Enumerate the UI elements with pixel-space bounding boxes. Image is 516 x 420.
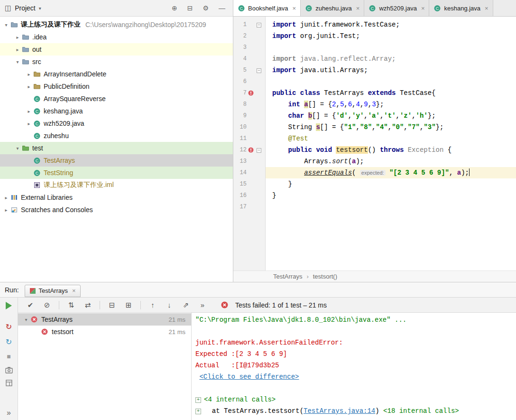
chevron-down-icon[interactable]: ▾ (13, 146, 22, 151)
hide-panel-icon[interactable]: — (219, 4, 225, 12)
collapse-all-icon[interactable]: ⊟ (107, 301, 117, 309)
close-icon[interactable]: × (356, 5, 360, 12)
gear-icon[interactable]: ⚙ (203, 4, 209, 12)
close-icon[interactable]: × (293, 5, 296, 12)
console-link[interactable]: <Click to see difference> (199, 373, 299, 381)
editor-tab-keshang-java[interactable]: Ckeshang.java× (429, 0, 493, 16)
show-ignored-icon[interactable]: ⊘ (42, 301, 52, 309)
breadcrumb-class[interactable]: TestArrays (273, 273, 302, 280)
test-tree-item-testarrays[interactable]: ▾TestArrays21 ms (18, 313, 191, 326)
chevron-right-icon[interactable]: ▸ (2, 207, 10, 213)
breadcrumb-method[interactable]: testsort() (313, 273, 337, 280)
tree-item-arraysquarereverse[interactable]: CArraySquareReverse (0, 93, 233, 105)
chevron-down-icon[interactable]: ▾ (2, 22, 10, 28)
code-line[interactable]: 9 char b[] = {'d','y','a','t','z','h'}; (233, 110, 516, 121)
tree-item-scratches-and-consoles[interactable]: ▸Scratches and Consoles (0, 204, 233, 216)
test-failed-gutter-icon[interactable] (247, 147, 255, 153)
editor-tab-wzh5209-java[interactable]: Cwzh5209.java× (364, 0, 429, 16)
fold-toggle-icon[interactable]: + (195, 397, 201, 403)
tree-item-external-libraries[interactable]: ▸External Libraries (0, 191, 233, 204)
test-failed-icon (30, 316, 38, 323)
chevron-right-icon[interactable]: ▸ (25, 72, 33, 77)
tree-item-out[interactable]: ▸out (0, 43, 233, 56)
tool-window-icon[interactable]: ◫ (5, 4, 11, 12)
test-tree-label: testsort (52, 328, 74, 336)
tree-item-item[interactable]: ▾课上练习及课下作业C:\Users\wangzihong\Desktop\20… (0, 19, 233, 31)
tree-item-wzh5209-java[interactable]: ▸Cwzh5209.java (0, 117, 233, 130)
code-line[interactable]: 5−import java.util.Arrays; (233, 65, 516, 76)
gutter-cell: 5− (233, 65, 266, 76)
code-line[interactable]: 16} (233, 190, 516, 201)
sort-alphabetically-icon[interactable]: ⇄ (83, 301, 92, 309)
code-token: { (443, 146, 452, 154)
code-token: "3" (424, 123, 435, 131)
more-icon[interactable]: » (198, 301, 207, 309)
tree-item-testarrays[interactable]: CTestArrays (0, 154, 233, 167)
tree-item-zuheshu[interactable]: Czuheshu (0, 130, 233, 142)
close-icon[interactable]: × (72, 287, 76, 294)
code-line[interactable]: 4import java.lang.reflect.Array; (233, 53, 516, 65)
code-line[interactable]: 2import org.junit.Test; (233, 30, 516, 42)
sort-by-duration-icon[interactable]: ⇅ (66, 301, 76, 309)
fold-toggle-icon[interactable]: + (195, 409, 201, 414)
chevron-right-icon[interactable]: ▸ (25, 121, 33, 126)
rerun-test-icon[interactable] (6, 302, 12, 309)
test-tree-item-testsort[interactable]: testsort21 ms (18, 326, 191, 338)
code-line[interactable]: 6 (233, 76, 516, 87)
tree-item-src[interactable]: ▾src (0, 56, 233, 68)
project-view-title[interactable]: Project (15, 4, 36, 12)
tree-item-test[interactable]: ▾test (0, 142, 233, 154)
tree-item-teststring[interactable]: CTestString (0, 167, 233, 179)
tree-item-keshang-java[interactable]: ▸Ckeshang.java (0, 105, 233, 117)
rerun-failed-tests-icon[interactable]: ↻ (6, 322, 12, 331)
toggle-auto-test-icon[interactable]: ↻ (6, 337, 12, 346)
chevron-right-icon[interactable]: ▸ (13, 35, 22, 40)
test-failed-gutter-icon[interactable] (247, 90, 255, 96)
close-icon[interactable]: × (421, 5, 425, 12)
code-line[interactable]: 12− public void testsort() throws Except… (233, 144, 516, 156)
code-line[interactable]: 17 (233, 201, 516, 213)
expand-all-icon[interactable]: ⊞ (124, 301, 133, 309)
tree-item-publicdefinition[interactable]: ▸PublicDefinition (0, 80, 233, 93)
fold-marker-icon[interactable]: − (255, 144, 263, 156)
export-test-results-icon[interactable]: ⇗ (181, 301, 191, 309)
code-text: String s[] = {"1","8","4","0","7","3"}; (266, 121, 516, 133)
code-line[interactable]: 14 assertEquals( expected: "[2 3 4 5 6 9… (233, 167, 516, 178)
restore-layout-icon[interactable] (6, 380, 12, 386)
tree-item-idea[interactable]: ▸.idea (0, 31, 233, 43)
collapse-all-icon[interactable]: ⊟ (187, 4, 193, 12)
code-editor[interactable]: 1−import junit.framework.TestCase;2impor… (233, 17, 516, 271)
show-passed-icon[interactable]: ✔ (26, 301, 35, 309)
chevron-down-icon[interactable]: ▾ (13, 59, 22, 65)
run-tab-testarrays[interactable]: TestArrays × (25, 285, 81, 297)
chevron-right-icon[interactable]: ▸ (25, 109, 33, 114)
editor-tab-bookshelf-java[interactable]: CBookshelf.java× (233, 0, 301, 16)
locate-file-icon[interactable]: ⊕ (172, 4, 177, 12)
fold-marker-icon[interactable]: − (255, 19, 263, 30)
chevron-right-icon[interactable]: ▸ (2, 195, 10, 200)
fold-marker-icon[interactable]: − (255, 65, 263, 76)
console-output[interactable]: "C:\Program Files\Java\jdk1.8.0_102\bin\… (192, 313, 516, 420)
code-line[interactable]: 8 int a[] = {2,5,6,4,9,3}; (233, 99, 516, 110)
previous-failed-test-icon[interactable]: ↑ (148, 301, 157, 309)
tree-item-iml[interactable]: 课上练习及课下作业.iml (0, 179, 233, 191)
code-line[interactable]: 11 @Test (233, 133, 516, 144)
thread-dump-icon[interactable] (5, 366, 13, 373)
code-token: 'z' (400, 112, 412, 120)
code-line[interactable]: 13 Arrays.sort(a); (233, 156, 516, 167)
code-line[interactable]: 1−import junit.framework.TestCase; (233, 19, 516, 30)
close-icon[interactable]: × (485, 5, 488, 12)
chevron-right-icon[interactable]: ▸ (25, 84, 33, 89)
chevron-down-icon[interactable]: ▾ (39, 6, 41, 11)
code-line[interactable]: 15 } (233, 178, 516, 190)
more-options-icon[interactable]: » (7, 409, 11, 417)
next-failed-test-icon[interactable]: ↓ (165, 301, 174, 309)
editor-tab-zuheshu-java[interactable]: Czuheshu.java× (301, 0, 364, 16)
chevron-down-icon[interactable]: ▾ (22, 317, 30, 322)
code-line[interactable]: 7public class TestArrays extends TestCas… (233, 87, 516, 99)
chevron-right-icon[interactable]: ▸ (13, 47, 22, 52)
code-line[interactable]: 3 (233, 42, 516, 53)
code-line[interactable]: 10 String s[] = {"1","8","4","0","7","3"… (233, 121, 516, 133)
tree-item-arrayinsertanddelete[interactable]: ▸ArrayInsertandDelete (0, 68, 233, 80)
console-link[interactable]: TestArrays.java:14 (304, 407, 375, 415)
